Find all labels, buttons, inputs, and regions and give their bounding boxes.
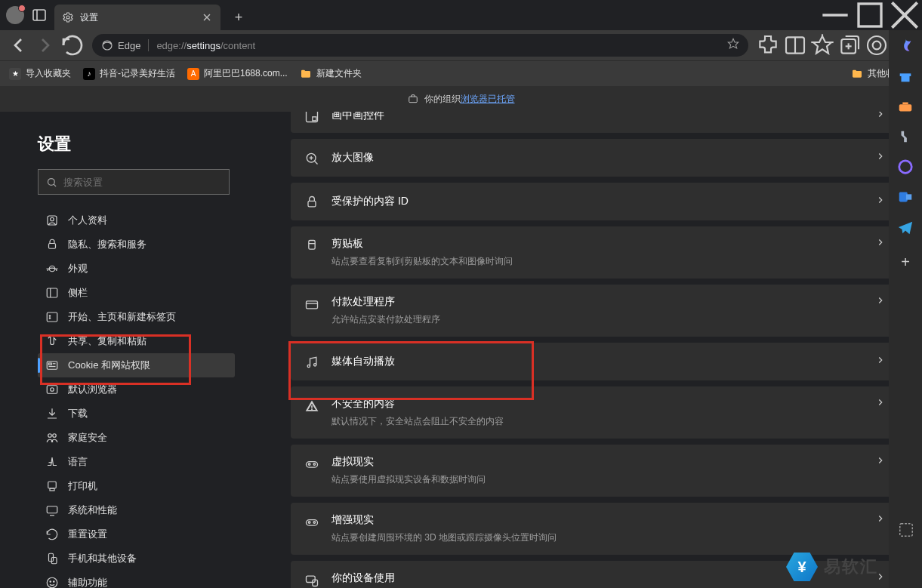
maximize-button[interactable] (853, 0, 887, 30)
favorite-star-icon[interactable] (727, 38, 739, 53)
card-title: 受保护的内容 ID (331, 195, 863, 208)
close-window-button[interactable] (887, 0, 922, 30)
nav-label: 下载 (68, 407, 88, 420)
setting-card-5[interactable]: 媒体自动播放 (291, 343, 899, 380)
tab-label: 设置 (80, 11, 98, 24)
sidebar-item-11[interactable]: 打印机 (38, 474, 235, 498)
douyin-icon: ♪ (83, 68, 95, 80)
nav-label: 手机和其他设备 (68, 552, 137, 565)
games-icon[interactable] (897, 128, 914, 145)
setting-card-4[interactable]: 付款处理程序允许站点安装付款处理程序 (291, 285, 899, 337)
office-icon[interactable] (897, 159, 914, 175)
new-tab-button[interactable]: + (227, 10, 251, 26)
sidebar-item-0[interactable]: 个人资料 (38, 208, 235, 232)
minimize-button[interactable] (818, 0, 853, 30)
card-desc: 站点要创建周围环境的 3D 地图或跟踪摄像头位置时询问 (331, 531, 863, 544)
sidebar-item-4[interactable]: 开始、主页和新建标签页 (38, 305, 235, 329)
screenshot-icon[interactable] (898, 522, 914, 541)
sidebar-item-2[interactable]: 外观 (38, 257, 235, 281)
svg-rect-69 (307, 462, 318, 468)
sidebar-item-5[interactable]: 共享、复制和粘贴 (38, 329, 235, 353)
nav-label: 家庭安全 (68, 431, 107, 445)
address-brand: Edge (118, 40, 140, 51)
nav-label: Cookie 和网站权限 (68, 359, 150, 372)
sidebar-item-1[interactable]: 隐私、搜索和服务 (38, 232, 235, 257)
sidebar-item-7[interactable]: 默认浏览器 (38, 377, 235, 402)
setting-card-0[interactable]: 画中画控件 (291, 112, 899, 133)
side-rail: + (889, 30, 922, 588)
import-favorites-button[interactable]: ★导入收藏夹 (9, 67, 71, 80)
tab-actions-icon[interactable] (30, 6, 48, 24)
svg-rect-63 (307, 301, 318, 309)
nav-label: 重置设置 (68, 528, 107, 541)
card-title: 不安全的内容 (331, 397, 863, 411)
sidebar-item-6[interactable]: Cookie 和网站权限 (38, 353, 235, 377)
svg-rect-75 (307, 576, 316, 582)
sidebar-item-10[interactable]: 语言 (38, 450, 235, 474)
close-icon[interactable] (201, 11, 213, 23)
nav-icon (45, 334, 59, 348)
sidebar-item-15[interactable]: 辅助功能 (38, 571, 235, 588)
sidebar-item-13[interactable]: 重置设置 (38, 522, 235, 546)
gear-icon (62, 11, 74, 23)
setting-card-1[interactable]: 放大图像 (291, 139, 899, 177)
bookmark-douyin[interactable]: ♪抖音-记录美好生活 (83, 67, 175, 80)
sidebar-item-12[interactable]: 系统和性能 (38, 498, 235, 522)
search-input[interactable] (63, 177, 221, 188)
svg-marker-10 (728, 38, 738, 48)
split-screen-button[interactable] (783, 33, 807, 57)
copilot-icon[interactable] (897, 38, 914, 54)
sidebar-item-9[interactable]: 家庭安全 (38, 426, 235, 450)
bookmark-alibaba[interactable]: A阿里巴巴1688.com... (187, 67, 288, 80)
shopping-icon[interactable] (897, 68, 914, 85)
managed-link[interactable]: 浏览器已托管 (461, 94, 515, 104)
settings-search[interactable] (38, 169, 230, 195)
setting-card-6[interactable]: 不安全的内容默认情况下，安全站点会阻止不安全的内容 (291, 386, 899, 439)
nav-icon (45, 214, 59, 227)
chevron-right-icon (875, 151, 886, 165)
address-url: edge://settings/content (156, 40, 255, 51)
forward-button[interactable] (33, 33, 57, 57)
svg-rect-82 (906, 194, 911, 199)
browser-tab[interactable]: 设置 (54, 5, 220, 30)
add-sidebar-app-button[interactable]: + (901, 254, 910, 271)
svg-rect-47 (50, 488, 54, 491)
setting-card-2[interactable]: 受保护的内容 ID (291, 183, 899, 220)
chevron-right-icon (875, 513, 886, 527)
refresh-button[interactable] (60, 33, 85, 57)
nav-label: 辅助功能 (68, 576, 107, 588)
svg-point-42 (51, 388, 54, 392)
extensions-button[interactable] (756, 33, 780, 57)
nav-label: 个人资料 (68, 214, 107, 227)
setting-card-3[interactable]: 剪贴板站点要查看复制到剪贴板的文本和图像时询问 (291, 226, 899, 279)
nav-label: 外观 (68, 262, 88, 276)
sidebar-item-8[interactable]: 下载 (38, 402, 235, 426)
outlook-icon[interactable] (897, 189, 914, 205)
tools-icon[interactable] (897, 98, 914, 115)
bookmark-folder[interactable]: 新建文件夹 (300, 67, 362, 80)
import-star-icon: ★ (9, 68, 21, 80)
chevron-right-icon (875, 455, 886, 469)
bookmarks-bar: ★导入收藏夹 ♪抖音-记录美好生活 A阿里巴巴1688.com... 新建文件夹… (0, 60, 922, 86)
svg-rect-61 (308, 201, 316, 207)
svg-point-74 (313, 522, 316, 524)
nav-label: 隐私、搜索和服务 (68, 238, 146, 251)
address-bar[interactable]: Edge edge://settings/content (92, 34, 748, 57)
svg-line-58 (314, 161, 317, 164)
browser-essentials-button[interactable] (865, 33, 889, 57)
nav-label: 开始、主页和新建标签页 (68, 310, 176, 324)
favorites-button[interactable] (810, 33, 834, 57)
setting-card-7[interactable]: 虚拟现实站点要使用虚拟现实设备和数据时询问 (291, 445, 899, 497)
svg-point-54 (54, 581, 55, 583)
svg-rect-77 (900, 73, 911, 76)
hex-logo-icon: ¥ (786, 551, 818, 583)
collections-button[interactable] (837, 33, 862, 57)
back-button[interactable] (6, 33, 30, 57)
nav-icon (45, 310, 59, 324)
card-icon (304, 239, 319, 254)
telegram-icon[interactable] (897, 219, 914, 236)
sidebar-item-14[interactable]: 手机和其他设备 (38, 546, 235, 571)
profile-avatar[interactable] (6, 6, 24, 24)
card-desc: 站点要使用虚拟现实设备和数据时询问 (331, 473, 863, 486)
sidebar-item-3[interactable]: 侧栏 (38, 281, 235, 305)
